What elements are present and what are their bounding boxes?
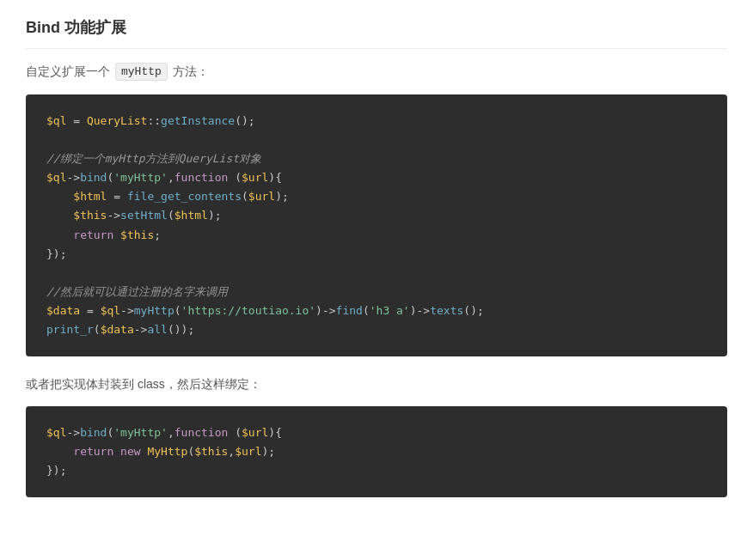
code-block-1: $ql = QueryList::getInstance(); //绑定一个my… [26,94,727,356]
desc1-suffix: 方法： [173,64,209,80]
code-block-1-content: $ql = QueryList::getInstance(); //绑定一个my… [46,112,707,339]
page-wrapper: Bind 功能扩展 自定义扩展一个 myHttp 方法： $ql = Query… [0,0,753,532]
description-line-2: 或者把实现体封装到 class，然后这样绑定： [26,374,727,393]
description-line-1: 自定义扩展一个 myHttp 方法： [26,63,727,81]
desc1-code: myHttp [115,63,168,81]
page-title: Bind 功能扩展 [26,17,727,49]
code-block-2: $ql->bind('myHttp',function ($url){ retu… [26,406,727,497]
desc1-prefix: 自定义扩展一个 [26,64,110,80]
code-block-2-content: $ql->bind('myHttp',function ($url){ retu… [46,423,707,480]
